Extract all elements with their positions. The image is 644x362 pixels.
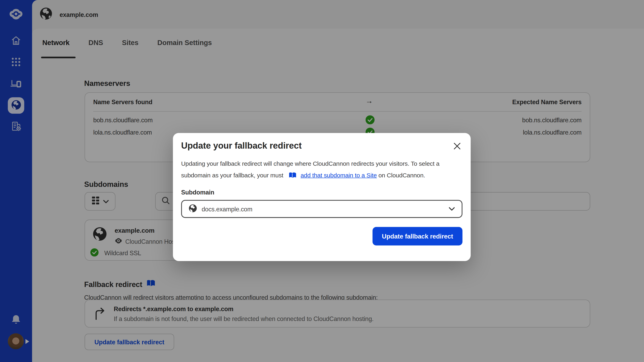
globe-icon xyxy=(188,204,197,214)
subdomain-select-value: docs.example.com xyxy=(202,205,252,212)
open-book-icon xyxy=(286,173,298,180)
subdomain-select[interactable]: docs.example.com xyxy=(181,200,462,218)
close-button[interactable] xyxy=(452,142,462,151)
modal-title: Update your fallback redirect xyxy=(181,141,302,151)
modal-update-fallback-redirect-button[interactable]: Update fallback redirect xyxy=(372,227,462,246)
modal-description: Updating your fallback redirect will cha… xyxy=(181,158,463,181)
modal-text-after-link: on CloudCannon. xyxy=(378,172,425,178)
close-icon xyxy=(454,142,461,151)
subdomain-field-label: Subdomain xyxy=(181,189,214,196)
add-subdomain-link[interactable]: add that subdomain to a Site xyxy=(301,172,377,178)
update-fallback-redirect-modal: Update your fallback redirect Updating y… xyxy=(173,133,471,261)
chevron-down-icon xyxy=(448,205,455,213)
cloudcannon-app: example.com Network DNS Sites Domain Set… xyxy=(0,0,644,362)
